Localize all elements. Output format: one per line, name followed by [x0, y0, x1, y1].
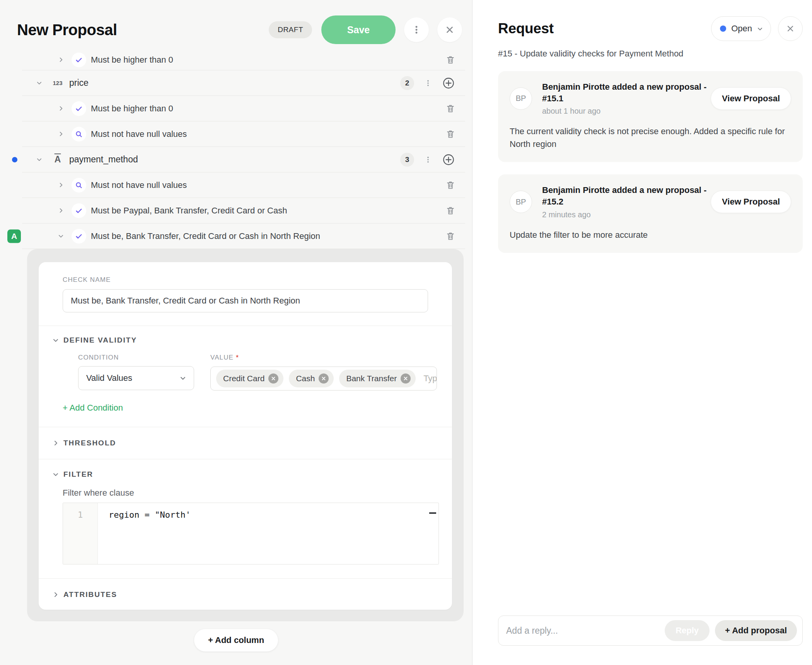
search-icon — [72, 178, 86, 193]
add-check-button[interactable] — [442, 77, 455, 90]
section-title: ATTRIBUTES — [63, 590, 117, 599]
reply-input[interactable] — [501, 616, 665, 645]
view-proposal-button[interactable]: View Proposal — [711, 87, 791, 110]
remove-chip-button[interactable] — [319, 373, 329, 384]
filter-code-editor[interactable]: 1 region = "North' — [63, 503, 439, 564]
attributes-section: ATTRIBUTES — [39, 579, 452, 610]
trash-icon — [446, 181, 455, 190]
delete-check-button[interactable] — [446, 104, 455, 113]
view-proposal-button[interactable]: View Proposal — [711, 191, 791, 213]
chevron-down-icon — [180, 375, 186, 381]
code-content[interactable]: region = "North' — [98, 503, 438, 564]
condition-selected-value: Valid Values — [86, 373, 132, 383]
add-condition-link[interactable]: + Add Condition — [63, 403, 123, 413]
text-type-icon: A — [50, 154, 65, 165]
threshold-header[interactable]: THRESHOLD — [53, 439, 428, 447]
column-menu-button[interactable] — [424, 79, 432, 87]
check-label: Must be, Bank Transfer, Credit Card or C… — [91, 231, 320, 241]
add-check-button[interactable] — [442, 153, 455, 166]
chevron-down-icon[interactable] — [35, 157, 43, 162]
checks-count-badge: 2 — [400, 76, 414, 90]
value-input-placeholder: Type and — [423, 373, 437, 384]
column-row-price[interactable]: 123 price 2 — [22, 70, 465, 96]
remove-chip-button[interactable] — [401, 373, 411, 384]
request-panel: Request Open #15 - Update validity check… — [473, 0, 812, 665]
more-options-button[interactable] — [404, 17, 429, 42]
delete-check-button[interactable] — [446, 181, 455, 190]
plus-circle-icon — [442, 153, 455, 166]
proposal-card-header: BP Benjamin Pirotte added a new proposal… — [510, 184, 791, 219]
avatar: BP — [510, 191, 532, 213]
proposal-head-text: Benjamin Pirotte added a new proposal - … — [542, 184, 708, 219]
delete-check-button[interactable] — [446, 130, 455, 139]
request-subtitle: #15 - Update validity checks for Payment… — [498, 49, 803, 59]
add-column-button[interactable]: + Add column — [194, 629, 278, 651]
chevron-down-icon[interactable] — [57, 233, 65, 239]
proposal-body: The current validity check is not precis… — [510, 125, 791, 150]
delete-check-button[interactable] — [446, 232, 455, 241]
request-title: Request — [498, 20, 554, 37]
code-scrollbar-thumb[interactable] — [429, 512, 436, 514]
page-title: New Proposal — [17, 21, 117, 39]
chevron-right-icon[interactable] — [57, 208, 65, 213]
reply-bar: Reply + Add proposal — [498, 616, 803, 646]
check-label: Must be higher than 0 — [91, 104, 173, 114]
checks-tree: Must be higher than 0 123 price 2 — [22, 49, 465, 249]
remove-chip-button[interactable] — [268, 373, 278, 384]
condition-label: CONDITION — [78, 354, 119, 361]
chip-label: Bank Transfer — [346, 374, 397, 383]
chevron-right-icon[interactable] — [57, 106, 65, 111]
check-row[interactable]: Must be Paypal, Bank Transfer, Credit Ca… — [22, 198, 465, 223]
proposal-timestamp: 2 minutes ago — [542, 210, 708, 219]
chip-label: Cash — [296, 374, 315, 383]
value-field: VALUE * Credit Card — [210, 354, 437, 390]
proposal-body: Update the filter to be more accurate — [510, 228, 791, 241]
close-request-button[interactable] — [778, 16, 803, 41]
column-row-payment-method[interactable]: A payment_method 3 — [22, 147, 465, 172]
chevron-down-icon — [53, 337, 59, 343]
proposal-change-badge: A — [7, 229, 21, 243]
close-proposal-button[interactable] — [437, 17, 462, 42]
check-name-label: CHECK NAME — [63, 276, 428, 284]
save-button[interactable]: Save — [321, 15, 396, 44]
filter-header[interactable]: FILTER — [53, 470, 428, 479]
check-label: Must not have null values — [91, 129, 187, 139]
check-label: Must be Paypal, Bank Transfer, Credit Ca… — [91, 206, 287, 216]
check-label: Must not have null values — [91, 180, 187, 190]
chevron-right-icon[interactable] — [57, 57, 65, 63]
column-label: price — [69, 78, 89, 88]
check-row[interactable]: Must not have null values — [22, 172, 465, 198]
check-row[interactable]: Must be higher than 0 — [22, 96, 465, 121]
status-dropdown[interactable]: Open — [711, 16, 771, 41]
chevron-right-icon[interactable] — [57, 182, 65, 188]
check-icon — [72, 101, 86, 116]
attributes-header[interactable]: ATTRIBUTES — [53, 590, 428, 599]
define-validity-header[interactable]: DEFINE VALIDITY — [53, 336, 428, 344]
close-icon — [271, 376, 276, 381]
condition-select[interactable]: Valid Values — [78, 366, 194, 390]
check-row-selected[interactable]: A Must be, Bank Transfer, Credit Card or… — [22, 223, 465, 249]
trash-icon — [446, 130, 455, 139]
kebab-menu-icon — [424, 156, 432, 164]
avatar: BP — [510, 87, 532, 110]
check-row[interactable]: Must be higher than 0 — [22, 49, 465, 70]
chevron-right-icon[interactable] — [57, 131, 65, 137]
new-proposal-panel: New Proposal DRAFT Save — [0, 0, 473, 665]
delete-check-button[interactable] — [446, 55, 455, 65]
value-chip: Bank Transfer — [339, 370, 416, 387]
add-proposal-button[interactable]: + Add proposal — [715, 620, 797, 641]
unsaved-change-dot — [12, 157, 17, 162]
column-menu-button[interactable] — [424, 156, 432, 164]
chevron-down-icon[interactable] — [35, 80, 43, 86]
reply-button[interactable]: Reply — [665, 620, 710, 641]
delete-check-button[interactable] — [446, 206, 455, 215]
status-dot-icon — [720, 26, 726, 32]
section-title: FILTER — [63, 470, 93, 479]
value-tags-input[interactable]: Credit Card Cash — [210, 367, 437, 390]
close-icon — [445, 25, 455, 35]
check-row[interactable]: Must not have null values — [22, 121, 465, 147]
trash-icon — [446, 206, 455, 215]
check-name-input[interactable] — [63, 289, 428, 312]
check-editor-card: CHECK NAME DEFINE VALIDITY CONDITION — [39, 262, 452, 610]
proposal-head-text: Benjamin Pirotte added a new proposal - … — [542, 81, 711, 116]
